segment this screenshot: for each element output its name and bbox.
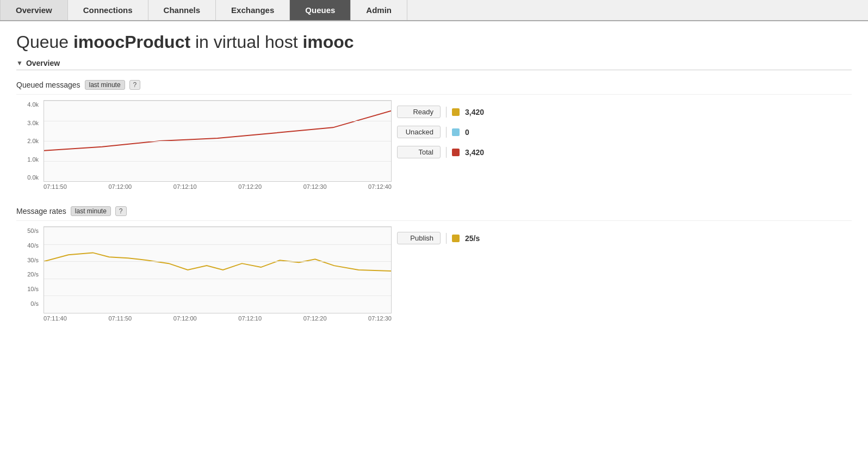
- y-label-1k: 1.0k: [16, 156, 39, 163]
- queued-messages-chart-wrapper: 4.0k 3.0k 2.0k 1.0k 0.0k: [16, 100, 375, 190]
- grid-line-bottom: [44, 181, 391, 182]
- rates-x-3: 07:12:10: [238, 315, 262, 322]
- grid-line-75: [44, 161, 391, 162]
- rates-y-label-30: 30/s: [16, 257, 39, 263]
- rates-x-2: 07:12:00: [173, 315, 197, 322]
- legend-total: Total 3,420: [397, 146, 484, 158]
- message-rates-chart-area: 50/s 40/s 30/s 20/s 10/s 0/s: [16, 226, 852, 322]
- message-rates-label: Message rates: [16, 207, 66, 215]
- overview-section-title: Overview: [26, 59, 60, 67]
- message-rates-y-labels: 50/s 40/s 30/s 20/s 10/s 0/s: [16, 226, 41, 308]
- rates-y-label-0: 0/s: [16, 300, 39, 307]
- queued-messages-chart: [44, 100, 392, 182]
- rates-x-5: 07:12:30: [368, 315, 392, 322]
- vhost-name: imooc: [302, 32, 354, 52]
- queued-messages-help[interactable]: ?: [129, 80, 141, 90]
- rates-y-label-20: 20/s: [16, 271, 39, 278]
- legend-unacked-label: Unacked: [397, 126, 441, 138]
- legend-unacked-color: [452, 128, 460, 136]
- queued-messages-legend: Ready 3,420 Unacked 0 Total 3,420: [397, 100, 484, 158]
- rates-grid-40: [44, 261, 391, 262]
- queued-messages-label: Queued messages: [16, 81, 80, 89]
- legend-publish-label: Publish: [397, 232, 441, 244]
- message-rates-time-range[interactable]: last minute: [71, 206, 111, 216]
- grid-line-top: [44, 101, 391, 101]
- nav-channels[interactable]: Channels: [148, 0, 216, 20]
- nav-connections[interactable]: Connections: [68, 0, 148, 20]
- y-label-2k: 2.0k: [16, 138, 39, 144]
- grid-line-50: [44, 141, 391, 141]
- y-label-3k: 3.0k: [16, 120, 39, 126]
- overview-section-header: ▼ Overview: [16, 59, 852, 70]
- queued-messages-time-range[interactable]: last minute: [85, 80, 125, 90]
- y-label-0k: 0.0k: [16, 174, 39, 181]
- y-label-4k: 4.0k: [16, 101, 39, 108]
- nav-exchanges[interactable]: Exchanges: [216, 0, 290, 20]
- legend-divider-2: [446, 127, 447, 138]
- rates-grid-80: [44, 295, 391, 296]
- x-label-1: 07:12:00: [108, 183, 132, 190]
- legend-unacked-value: 0: [465, 128, 469, 137]
- legend-unacked: Unacked 0: [397, 126, 484, 138]
- legend-divider-1: [446, 107, 447, 118]
- legend-ready-label: Ready: [397, 106, 441, 118]
- rates-grid-60: [44, 279, 391, 279]
- grid-lines: [44, 101, 391, 181]
- nav-queues[interactable]: Queues: [290, 0, 351, 20]
- legend-publish-value: 25/s: [465, 234, 480, 243]
- rates-x-0: 07:11:40: [44, 315, 67, 322]
- rates-y-label-40: 40/s: [16, 242, 39, 249]
- queued-messages-header: Queued messages last minute ?: [16, 80, 852, 95]
- message-rates-header: Message rates last minute ?: [16, 206, 852, 221]
- x-label-5: 07:12:40: [368, 183, 392, 190]
- legend-ready-value: 3,420: [465, 108, 484, 116]
- rates-y-label-50: 50/s: [16, 227, 39, 234]
- message-rates-help[interactable]: ?: [115, 206, 127, 216]
- x-label-3: 07:12:20: [238, 183, 262, 190]
- nav-bar: Overview Connections Channels Exchanges …: [0, 0, 868, 21]
- message-rates-legend: Publish 25/s: [397, 226, 480, 244]
- rates-x-4: 07:12:20: [303, 315, 327, 322]
- legend-total-color: [452, 149, 460, 156]
- legend-ready-color: [452, 108, 460, 116]
- title-middle: in virtual host: [190, 32, 302, 52]
- rates-grid-0: [44, 227, 391, 227]
- nav-overview[interactable]: Overview: [0, 0, 68, 20]
- legend-publish-color: [452, 235, 460, 242]
- queued-messages-x-labels: 07:11:50 07:12:00 07:12:10 07:12:20 07:1…: [44, 182, 392, 190]
- rates-x-1: 07:11:50: [108, 315, 132, 322]
- legend-total-label: Total: [397, 146, 441, 158]
- legend-ready: Ready 3,420: [397, 106, 484, 118]
- page-title: Queue imoocProduct in virtual host imooc: [16, 32, 852, 52]
- grid-line-25: [44, 121, 391, 121]
- rates-grid-20: [44, 244, 391, 245]
- queued-messages-chart-area: 4.0k 3.0k 2.0k 1.0k 0.0k: [16, 100, 852, 190]
- legend-publish-divider: [446, 233, 447, 244]
- title-prefix: Queue: [16, 32, 73, 52]
- rates-grid-lines: [44, 227, 391, 313]
- rates-grid-100: [44, 313, 391, 313]
- x-label-4: 07:12:30: [303, 183, 327, 190]
- queue-name: imoocProduct: [73, 32, 190, 52]
- page-content: Queue imoocProduct in virtual host imooc…: [0, 21, 868, 349]
- x-label-0: 07:11:50: [44, 183, 67, 190]
- message-rates-x-labels: 07:11:40 07:11:50 07:12:00 07:12:10 07:1…: [44, 313, 392, 322]
- legend-publish: Publish 25/s: [397, 232, 480, 244]
- message-rates-chart-wrapper: 50/s 40/s 30/s 20/s 10/s 0/s: [16, 226, 375, 322]
- queued-messages-y-labels: 4.0k 3.0k 2.0k 1.0k 0.0k: [16, 100, 41, 182]
- collapse-arrow-icon[interactable]: ▼: [16, 59, 23, 67]
- legend-total-value: 3,420: [465, 148, 484, 157]
- legend-divider-3: [446, 147, 447, 158]
- message-rates-chart: [44, 226, 392, 313]
- x-label-2: 07:12:10: [173, 183, 197, 190]
- rates-y-label-10: 10/s: [16, 286, 39, 292]
- nav-admin[interactable]: Admin: [351, 0, 407, 20]
